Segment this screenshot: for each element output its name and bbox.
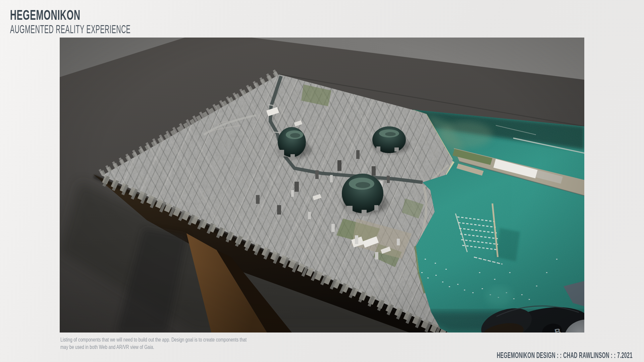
caption-line-1: Listing of components that we will need … — [60, 336, 247, 343]
footer-credit: HEGEMONIKON DESIGN : : CHAD RAWLINSON : … — [497, 351, 633, 360]
slide-header: HEGEMONIKON AUGMENTED REALITY EXPERIENCE — [10, 8, 225, 36]
caption-line-2: may be used in both Web and AR/VR view o… — [60, 343, 247, 351]
ar-scene-render: B — [60, 38, 584, 333]
page-title: HEGEMONIKON — [10, 8, 146, 22]
page-subtitle: AUGMENTED REALITY EXPERIENCE — [10, 23, 130, 36]
image-caption: Listing of components that we will need … — [60, 336, 247, 351]
scene-vignette — [60, 38, 584, 333]
ar-scene-svg: B — [60, 38, 584, 333]
